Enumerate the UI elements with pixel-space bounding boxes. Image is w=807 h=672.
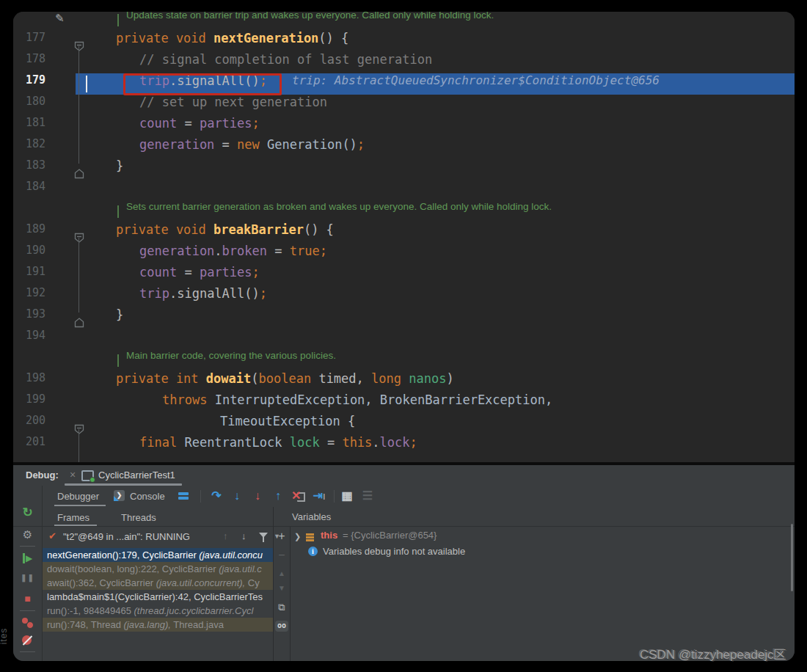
remove-icon[interactable]: − bbox=[274, 549, 290, 562]
code-line[interactable]: 193} bbox=[13, 307, 795, 329]
stack-frame-row[interactable]: await():362, CyclicBarrier (java.util.co… bbox=[43, 576, 273, 590]
force-step-into-icon[interactable]: ↓ bbox=[250, 488, 265, 504]
code-line[interactable]: 201final ReentrantLock lock = this.lock; bbox=[13, 435, 795, 456]
code-line[interactable]: 179trip.signalAll();trip: AbstractQueued… bbox=[13, 73, 795, 95]
tab-console[interactable]: Console bbox=[130, 491, 165, 502]
stack-frame-row[interactable]: lambda$main$1(CyclicBarrier):42, CyclicB… bbox=[43, 590, 273, 604]
code-text: generation.broken = true; bbox=[139, 244, 327, 258]
console-icon: ❯ bbox=[114, 490, 125, 501]
code-text: count = parties; bbox=[139, 116, 260, 131]
fold-start-icon[interactable] bbox=[74, 228, 84, 238]
doc-comment-bar bbox=[117, 14, 119, 26]
fold-guide-line bbox=[78, 429, 79, 462]
line-number: 183 bbox=[13, 158, 45, 172]
code-text: generation = new Generation(); bbox=[139, 137, 365, 152]
code-line[interactable]: 182generation = new Generation(); bbox=[13, 137, 795, 158]
debug-label: Debug: bbox=[26, 470, 59, 481]
stack-frame-row[interactable]: dowait(boolean, long):222, CyclicBarrier… bbox=[43, 562, 273, 576]
thread-selector[interactable]: ✔ "t2"@649 in ...ain": RUNNING ↑ ↓ ▼ bbox=[43, 527, 273, 547]
code-line[interactable]: 200TimeoutException { bbox=[13, 414, 795, 435]
code-line[interactable]: 184 bbox=[13, 180, 795, 201]
collapsed-doc-comment[interactable]: Updates state on barrier trip and wakes … bbox=[13, 12, 795, 31]
rerun-icon[interactable]: ↻ bbox=[13, 505, 42, 520]
scroll-down-icon[interactable]: ▼ bbox=[274, 584, 290, 592]
code-text: } bbox=[116, 158, 123, 173]
glasses-watch-icon[interactable]: oo bbox=[275, 621, 288, 632]
fold-end-icon[interactable] bbox=[74, 313, 84, 324]
add-icon[interactable]: + bbox=[274, 530, 290, 543]
line-number: 191 bbox=[13, 265, 45, 278]
step-into-icon[interactable]: ↓ bbox=[230, 488, 244, 504]
code-line[interactable]: 192trip.signalAll(); bbox=[13, 286, 795, 307]
debugger-toolbar: Debugger ❯ Console ↷ ↓ ↓ ↑ ✕ ⇥I ▦ ☰ bbox=[42, 486, 795, 507]
hamburger-menu-icon[interactable] bbox=[178, 492, 189, 495]
mute-breakpoints-icon[interactable] bbox=[13, 635, 42, 646]
thread-status-label: "t2"@649 in ...ain": RUNNING bbox=[63, 531, 190, 542]
code-line[interactable]: 199throws InterruptedException, BrokenBa… bbox=[13, 392, 795, 414]
code-line[interactable]: 177private void nextGeneration() { bbox=[13, 31, 795, 52]
stop-icon[interactable]: ■ bbox=[13, 593, 42, 605]
code-editor[interactable]: ✎ Updates state on barrier trip and wake… bbox=[13, 12, 795, 462]
evaluate-expression-icon[interactable]: ▦ bbox=[340, 488, 354, 504]
ide-window: ✎ Updates state on barrier trip and wake… bbox=[13, 12, 795, 661]
line-number: 181 bbox=[13, 116, 45, 129]
code-text: private int dowait(boolean timed, long n… bbox=[116, 371, 454, 386]
scroll-up-icon[interactable]: ▲ bbox=[274, 569, 290, 577]
code-text: final ReentrantLock lock = this.lock; bbox=[139, 435, 417, 450]
line-number: 178 bbox=[13, 52, 45, 65]
wrench-settings-icon[interactable]: ⚙ bbox=[13, 528, 42, 541]
view-breakpoints-icon[interactable] bbox=[13, 616, 42, 628]
side-toolwindow-label: ites bbox=[0, 628, 9, 645]
code-line[interactable]: 189private void breakBarrier() { bbox=[13, 222, 795, 244]
tab-debugger[interactable]: Debugger bbox=[57, 491, 99, 502]
code-line[interactable]: 178// signal completion of last generati… bbox=[13, 52, 795, 73]
line-number: 201 bbox=[13, 435, 45, 448]
drop-frame-icon[interactable]: ✕ bbox=[291, 488, 306, 504]
line-number: 199 bbox=[13, 392, 45, 406]
code-line[interactable]: 180// set up next generation bbox=[13, 95, 795, 116]
arrow-down-icon[interactable]: ↓ bbox=[241, 530, 247, 541]
toolbar-separator bbox=[334, 490, 335, 503]
step-out-icon[interactable]: ↑ bbox=[271, 488, 285, 504]
fold-end-icon[interactable] bbox=[74, 164, 84, 175]
copy-stack-icon[interactable]: ⧉ bbox=[274, 602, 290, 613]
chevron-right-icon[interactable]: ❯ bbox=[294, 532, 301, 541]
resume-program-icon[interactable]: ▶ bbox=[13, 553, 42, 563]
doc-comment-text: Updates state on barrier trip and wakes … bbox=[126, 12, 494, 21]
collapsed-doc-comment[interactable]: Main barrier code, covering the various … bbox=[13, 350, 795, 371]
doc-comment-text: Sets current barrier generation as broke… bbox=[126, 201, 552, 212]
scrollbar[interactable] bbox=[791, 524, 793, 591]
arrow-up-icon[interactable]: ↑ bbox=[223, 530, 228, 541]
fold-start-icon[interactable] bbox=[74, 37, 84, 47]
stack-frame-row[interactable]: nextGeneration():179, CyclicBarrier (jav… bbox=[43, 548, 273, 562]
line-number: 179 bbox=[13, 73, 45, 87]
check-icon: ✔ bbox=[48, 530, 56, 541]
tab-frames[interactable]: Frames bbox=[57, 512, 90, 523]
code-line[interactable]: 194 bbox=[13, 329, 795, 350]
debug-session-tab[interactable]: CyclicBarrierTest1 bbox=[98, 470, 175, 481]
line-number: 182 bbox=[13, 137, 45, 150]
code-text: // set up next generation bbox=[139, 95, 327, 109]
code-line[interactable]: 191count = parties; bbox=[13, 265, 795, 286]
filter-funnel-icon[interactable] bbox=[259, 533, 268, 538]
code-line[interactable]: 190generation.broken = true; bbox=[13, 244, 795, 265]
csdn-watermark: CSDN @tizzyhepeadejc区 bbox=[640, 646, 807, 663]
pause-program-icon[interactable]: ❚❚ bbox=[13, 574, 42, 582]
stack-frame-row[interactable]: run():748, Thread (java.lang), Thread.ja… bbox=[43, 618, 273, 632]
doc-comment-bar bbox=[117, 205, 119, 218]
collapsed-doc-comment[interactable]: Sets current barrier generation as broke… bbox=[13, 201, 795, 222]
tab-threads[interactable]: Threads bbox=[121, 512, 156, 523]
run-to-cursor-icon[interactable]: ⇥I bbox=[312, 488, 326, 504]
toolbar-separator bbox=[20, 610, 35, 611]
variable-name[interactable]: this bbox=[321, 530, 337, 541]
code-line[interactable]: 183} bbox=[13, 158, 795, 180]
stack-frame-row[interactable]: run():-1, 984849465 (thread.juc.cyclicba… bbox=[43, 604, 273, 618]
code-line[interactable]: 198private int dowait(boolean timed, lon… bbox=[13, 371, 795, 392]
layout-settings-icon[interactable]: ☰ bbox=[360, 488, 375, 504]
step-over-icon[interactable]: ↷ bbox=[209, 488, 224, 504]
camera-thread-dump-icon[interactable] bbox=[13, 659, 42, 661]
fold-start-icon[interactable] bbox=[74, 420, 84, 430]
code-line[interactable]: 181count = parties; bbox=[13, 116, 795, 137]
debugger-inline-hint: trip: AbstractQueuedSynchronizer$Conditi… bbox=[292, 73, 660, 87]
close-icon[interactable]: × bbox=[70, 469, 76, 481]
